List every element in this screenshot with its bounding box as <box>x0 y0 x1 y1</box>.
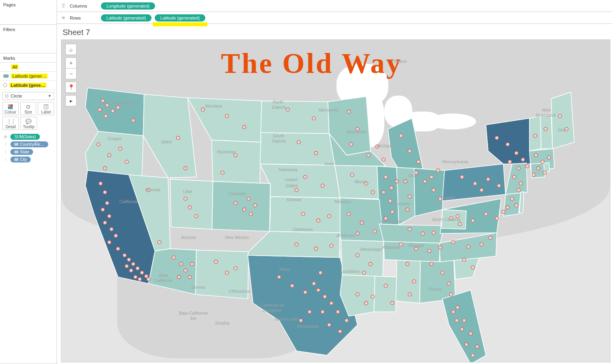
svg-point-44 <box>177 275 181 279</box>
svg-point-21 <box>116 247 120 250</box>
svg-point-133 <box>399 243 403 246</box>
pill-country[interactable]: Country/Re… <box>10 141 48 147</box>
svg-point-16 <box>108 214 111 218</box>
pill-row-state[interactable]: ⋮State <box>2 149 54 155</box>
svg-point-2 <box>111 109 114 113</box>
mark-buttons-row1: Colour ⊙Size TLabel <box>0 102 57 117</box>
tooltip-button[interactable]: 💬Tooltip <box>20 117 37 130</box>
detail-button[interactable]: ⋮⋮Detail <box>2 117 19 130</box>
svg-point-107 <box>356 254 359 257</box>
svg-point-30 <box>125 264 128 268</box>
svg-point-178 <box>510 197 514 201</box>
marks-layer-1[interactable]: Latitude (gener… <box>0 72 57 81</box>
svg-point-12 <box>99 182 102 185</box>
svg-point-153 <box>467 245 470 249</box>
svg-point-89 <box>349 143 353 146</box>
svg-point-66 <box>301 212 305 216</box>
map-label: Nebraska <box>279 167 297 172</box>
map-label: Dakota <box>272 105 286 110</box>
map-label: Chihuahua <box>229 289 250 294</box>
svg-point-155 <box>488 236 492 240</box>
svg-point-154 <box>480 243 483 246</box>
colour-button[interactable]: Colour <box>2 102 19 115</box>
map-label: Wisconsin <box>346 129 366 134</box>
svg-point-27 <box>145 274 148 278</box>
svg-point-67 <box>317 219 320 222</box>
map-search-button[interactable]: ⌕ <box>65 44 77 55</box>
pages-shelf[interactable]: Pages <box>0 0 57 25</box>
svg-point-17 <box>103 221 107 225</box>
svg-point-51 <box>242 125 246 129</box>
columns-label: Columns <box>70 4 98 8</box>
map-controls: ⌕ + − 📍 ▸ <box>65 44 77 106</box>
pages-label: Pages <box>3 2 53 7</box>
map-label: Kentucky <box>392 201 410 206</box>
svg-point-139 <box>447 282 451 286</box>
map-label: Tennessee <box>380 219 401 224</box>
svg-point-173 <box>517 166 520 170</box>
svg-point-46 <box>214 260 218 264</box>
sheet-title[interactable]: Sheet 7 <box>57 24 612 39</box>
svg-point-1 <box>105 104 109 107</box>
label-button[interactable]: TLabel <box>38 102 54 115</box>
mark-type-dropdown[interactable]: Circle ▼ <box>2 92 54 100</box>
svg-point-117 <box>408 293 411 296</box>
rows-label: Rows <box>70 16 98 20</box>
size-button[interactable]: ⊙Size <box>20 102 37 115</box>
svg-point-159 <box>495 217 499 220</box>
svg-point-60 <box>312 117 316 120</box>
marks-label: Marks <box>0 53 57 63</box>
pill-row-sales[interactable]: ፨SUM(Sales) <box>2 134 54 140</box>
svg-point-61 <box>297 141 301 144</box>
pill-longitude[interactable]: Longitude (generated) <box>101 2 155 10</box>
map-label: Arizona <box>181 235 196 240</box>
pin-button[interactable]: 📍 <box>65 82 77 93</box>
zoom-out-button[interactable]: − <box>65 68 77 79</box>
marks-layer-2[interactable]: Latitude (gene… <box>0 81 57 90</box>
state-wy <box>212 140 261 184</box>
pill-sum-sales[interactable]: SUM(Sales) <box>10 134 40 140</box>
svg-point-146 <box>464 343 468 346</box>
map-label: Alabama <box>382 245 399 250</box>
svg-point-83 <box>327 323 331 327</box>
svg-point-18 <box>110 227 113 231</box>
map-label: Georgia <box>408 243 424 248</box>
svg-point-10 <box>125 160 128 164</box>
state-vt <box>529 116 541 151</box>
marks-layer-all[interactable]: All <box>0 63 57 72</box>
pill-latitude-2[interactable]: Latitude (generated) <box>155 14 205 22</box>
svg-point-40 <box>172 256 175 259</box>
rows-shelf[interactable]: ≡ Rows Latitude (generated) Latitude (ge… <box>57 12 612 24</box>
svg-point-102 <box>382 190 386 194</box>
svg-point-158 <box>484 212 488 216</box>
svg-point-32 <box>147 278 150 281</box>
pill-latitude-1[interactable]: Latitude (generated) <box>101 14 152 22</box>
svg-point-186 <box>532 173 536 177</box>
svg-point-184 <box>536 166 540 170</box>
expand-button[interactable]: ▸ <box>65 95 77 106</box>
svg-point-187 <box>533 134 537 137</box>
map-viz[interactable]: The Old Way OntarioUnitedStatesWashingto… <box>61 39 610 362</box>
columns-shelf[interactable]: ⦙⦙⦙ Columns Longitude (generated) <box>57 0 612 12</box>
svg-point-123 <box>417 160 420 164</box>
svg-point-108 <box>369 262 372 266</box>
svg-point-19 <box>114 234 118 237</box>
svg-point-38 <box>188 206 192 209</box>
svg-point-114 <box>391 301 394 305</box>
pill-state[interactable]: State <box>10 149 33 155</box>
state-az <box>148 249 196 295</box>
pill-row-country[interactable]: ⋮Country/Re… <box>2 141 54 147</box>
svg-point-138 <box>441 271 444 274</box>
pill-city[interactable]: City <box>10 157 31 162</box>
zoom-in-button[interactable]: + <box>65 57 77 68</box>
marks-card: Marks All Latitude (gener… Latitude (gen… <box>0 53 57 364</box>
pill-row-city[interactable]: ⋮City <box>2 157 54 162</box>
map-label: Utah <box>183 189 192 194</box>
svg-point-50 <box>225 114 229 118</box>
map-label: Colorado <box>229 191 247 196</box>
svg-point-55 <box>242 208 246 211</box>
svg-point-82 <box>299 319 303 322</box>
pin-icon: 📍 <box>68 84 75 90</box>
filters-shelf[interactable]: Filters <box>0 25 57 53</box>
svg-point-59 <box>286 108 290 112</box>
